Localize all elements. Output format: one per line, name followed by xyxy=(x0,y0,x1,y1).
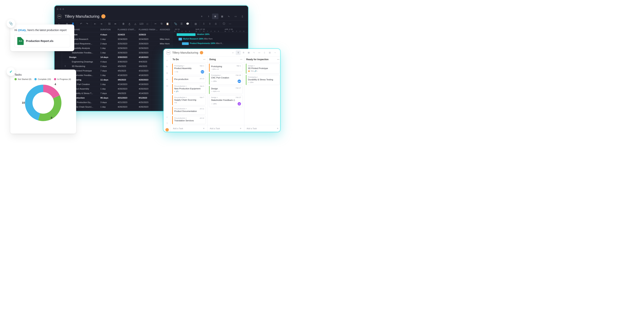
undo-icon[interactable]: ↶ xyxy=(78,21,84,26)
view-board-icon[interactable]: ⫴ xyxy=(205,14,212,19)
view-dashboard-icon[interactable]: ▥ xyxy=(267,50,272,55)
column-menu-icon[interactable]: ⋯ xyxy=(203,58,206,61)
unlink-icon[interactable]: ⇹ xyxy=(113,21,118,26)
table-row[interactable]: CNC Part Creation1 day4/19/20234/19/2023 xyxy=(62,82,173,87)
table-row[interactable]: Supply Chain Sourci...1 day4/26/20234/26… xyxy=(62,105,173,109)
view-gantt-icon[interactable]: ≣ xyxy=(241,50,246,55)
indent-icon[interactable]: ⇥ xyxy=(99,21,104,26)
view-file-icon[interactable]: ▯ xyxy=(239,14,246,19)
window-controls[interactable] xyxy=(57,8,64,10)
gantt-bar-market[interactable] xyxy=(178,38,182,41)
table-row[interactable]: Product Requireme...2 days3/25/20233/28/… xyxy=(62,41,173,46)
kanban-card[interactable]: Feb 27 Design > Stakeholder Feedback ◇ —… xyxy=(209,95,243,107)
gantt-bar-label: Ideation 100% xyxy=(197,33,210,35)
mention[interactable]: @Katy xyxy=(18,29,26,32)
rail-users-icon[interactable]: ⚭ xyxy=(165,78,169,81)
rail-home-icon[interactable]: ⌂ xyxy=(165,58,169,62)
delete-icon[interactable]: 🗑 xyxy=(121,21,126,26)
view-calendar-icon[interactable]: ▭ xyxy=(257,50,262,55)
number-icon[interactable]: 123 xyxy=(139,21,144,26)
col-planned-start[interactable]: PLANNED START... xyxy=(118,29,139,31)
view-list-icon[interactable]: ≡ xyxy=(230,50,235,55)
table-row[interactable]: Prototyping11 days4/6/20234/20/2023 xyxy=(62,78,173,82)
kanban-card[interactable]: Design > 3D Printed Prototype 🔥 75% 🔗1 xyxy=(246,64,280,74)
kanban-card[interactable]: Mar 1 Prototyping > Product Assembly ↑ ↩… xyxy=(172,64,206,75)
kanban-card[interactable]: Mar 6 Pre-production > New Production Eq… xyxy=(172,84,206,94)
export-icon[interactable]: ⇧ xyxy=(207,21,212,26)
kanban-card[interactable]: Mar 1 Prototyping ↑ 22% ↩2 xyxy=(209,64,243,72)
table-row[interactable]: Design14 days3/30/20234/18/2023 xyxy=(62,55,173,60)
view-board-icon[interactable]: ⫴ xyxy=(236,50,240,55)
column-menu-icon[interactable]: ⋯ xyxy=(277,58,279,61)
view-add-icon[interactable]: ＋ xyxy=(272,50,278,55)
col-planned-finish[interactable]: PLANNED FINISH ... xyxy=(139,29,160,31)
copy-icon[interactable]: ⧉ xyxy=(159,21,164,26)
add-task-button[interactable]: Add a Task＋ xyxy=(244,125,280,132)
table-row[interactable]: New Production Eq...3 days4/21/20234/25/… xyxy=(62,100,173,105)
view-gantt-icon[interactable]: ≣ xyxy=(212,14,218,19)
rail-avatar[interactable] xyxy=(165,128,169,132)
outdent-icon[interactable]: ⇤ xyxy=(93,21,98,26)
view-file-icon[interactable]: ▯ xyxy=(262,50,267,55)
table-row[interactable]: Ideation4 days3/24/233/29/23 xyxy=(62,32,173,37)
rail-help-icon[interactable]: ? xyxy=(165,122,169,125)
project-title: Tillery Manufacturing xyxy=(172,51,198,54)
view-calendar-icon[interactable]: ▭ xyxy=(232,14,239,19)
view-activity-icon[interactable]: ∿ xyxy=(252,50,256,55)
view-activity-icon[interactable]: ∿ xyxy=(226,14,232,19)
kanban-card[interactable]: Jul 11 Pre-production > Product Document… xyxy=(172,106,206,115)
avatar[interactable] xyxy=(101,14,106,19)
table-row[interactable]: 93D Printed Prototype7 days4/5/20234/15/… xyxy=(62,69,173,73)
table-row[interactable]: Durability & Stress T...7 days4/6/20234/… xyxy=(62,91,173,96)
table-row[interactable]: 83D Rendering2 days4/5/20234/6/2023 xyxy=(62,64,173,69)
kanban-card[interactable]: Prototyping > Durability & Stress Testin… xyxy=(246,75,280,85)
view-sheet-icon[interactable]: ▦ xyxy=(219,14,225,19)
col-duration[interactable]: DURATION xyxy=(100,29,118,31)
attach-icon[interactable]: 📎 xyxy=(173,21,178,26)
info-icon[interactable]: ⓘ xyxy=(222,21,226,26)
rail-briefcase-icon[interactable]: ▭ xyxy=(165,84,169,88)
table-row[interactable]: Engineering Drawings4 days3/30/20234/4/2… xyxy=(62,60,173,64)
table-row[interactable]: Pre-production96 days4/21/20239/1/2023 xyxy=(62,96,173,100)
kanban-card[interactable]: Mar 7 Pre-production > Supply Chain Sour… xyxy=(172,95,206,105)
redo-icon[interactable]: ↷ xyxy=(84,21,90,26)
avatar[interactable] xyxy=(200,51,203,54)
import-icon[interactable]: ⇩ xyxy=(201,21,206,26)
table-row[interactable]: Market Research1 day3/24/20233/24/2023Mi… xyxy=(62,37,173,41)
paste-icon[interactable]: 📋 xyxy=(165,21,170,26)
col-assigned[interactable]: ASSIGNED xyxy=(160,29,173,31)
add-task-button[interactable]: Add a Task＋ xyxy=(171,125,207,132)
card-meta: 🔥 75% 🔗1 xyxy=(248,70,278,72)
kanban-card[interactable]: Feb 28 Prototyping > CNC Part Creation —… xyxy=(209,73,243,85)
add-task-button[interactable]: Add a Task＋ xyxy=(208,125,244,132)
view-sheet-icon[interactable]: ▦ xyxy=(246,50,251,55)
link-icon[interactable]: ⛓ xyxy=(107,21,112,26)
cut-icon[interactable]: ✂ xyxy=(153,21,158,26)
print-icon[interactable]: ⎙ xyxy=(213,21,218,26)
kanban-card[interactable]: Feb 27 Design — 82% ↩4 xyxy=(209,86,243,94)
rail-add-icon[interactable]: ＋ xyxy=(165,115,169,119)
more-icon[interactable]: ⋯ xyxy=(228,21,232,26)
kanban-card[interactable]: Jul 12 Pre-production > Translation Serv… xyxy=(172,116,206,124)
gantt-bar-product[interactable] xyxy=(182,42,189,45)
diamond-icon[interactable]: ◇ xyxy=(145,21,150,26)
rail-refresh-icon[interactable]: ↻ xyxy=(165,65,169,69)
fill-icon[interactable]: ◬ xyxy=(133,21,138,26)
file-attachment[interactable]: XLS Production Report.xls xyxy=(14,35,70,47)
donut-value-complete: 10 xyxy=(22,101,25,104)
view-list-icon[interactable]: ≡ xyxy=(198,14,205,19)
comment-icon[interactable]: 💬 xyxy=(185,21,190,26)
gantt-bar-ideation[interactable] xyxy=(177,33,196,36)
columns-icon[interactable]: ▥ xyxy=(193,21,198,26)
rail-clock-icon[interactable]: ◷ xyxy=(165,71,169,75)
kanban-card[interactable]: Jul 13 Pre-production xyxy=(172,76,206,83)
text-color-icon[interactable]: A̲ xyxy=(127,21,132,26)
table-row[interactable]: Feasibility Analysis1 day3/29/20233/29/2… xyxy=(62,46,173,50)
column-menu-icon[interactable]: ⋯ xyxy=(240,58,242,61)
column-header: Ready for Inspection⋯ xyxy=(244,57,280,63)
table-row[interactable]: Stakeholder Feedba...1 day4/18/20234/18/… xyxy=(62,73,173,78)
table-row[interactable]: Stakeholder Feedba...1 day3/29/20233/29/… xyxy=(62,50,173,55)
note-icon[interactable]: ☰ xyxy=(179,21,184,26)
table-row[interactable]: Product Assembly1 day4/20/20234/20/2023 xyxy=(62,87,173,91)
assignee-chip: JJ xyxy=(238,102,241,106)
